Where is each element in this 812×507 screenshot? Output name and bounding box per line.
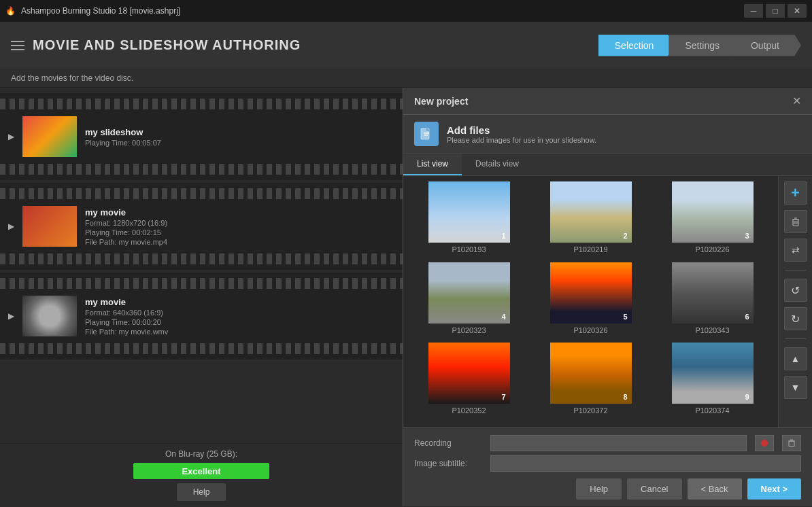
image-thumb-9[interactable]: 9: [672, 343, 754, 404]
view-tabs: List view Details view: [403, 154, 812, 176]
film-dots-top: [0, 99, 403, 109]
expand-button2[interactable]: ▶: [8, 222, 14, 231]
image-thumb-4[interactable]: 4: [428, 262, 510, 324]
tab-details-view[interactable]: Details view: [462, 154, 532, 175]
dialog-actions: Help Cancel < Back Next >: [414, 478, 801, 500]
movie1-item[interactable]: ▶ my movie Format: 1280x720 (16:9) Playi…: [0, 199, 403, 254]
movie2-item[interactable]: ▶ my movie Format: 640x360 (16:9) Playin…: [0, 289, 403, 343]
tab-settings[interactable]: Settings: [669, 35, 741, 56]
disc-label: On Blu-ray (25 GB):: [165, 449, 237, 459]
dialog-body: Add files Please add images for use in y…: [403, 115, 812, 427]
add-image-button[interactable]: +: [784, 181, 807, 205]
movie1-path: File Path: my movie.mp4: [85, 238, 394, 246]
film-dots-bottom: [0, 164, 403, 175]
back-button[interactable]: < Back: [688, 478, 742, 500]
movie2-info: my movie Format: 640x360 (16:9) Playing …: [85, 297, 394, 336]
minimize-button[interactable]: ─: [744, 4, 763, 18]
recording-row: Recording: [414, 435, 801, 451]
title-bar: 🔥 Ashampoo Burning Studio 18 [movie.ashp…: [0, 0, 812, 22]
movie2-time: Playing Time: 00:00:20: [85, 318, 394, 326]
rotate-right-button[interactable]: ↻: [784, 307, 807, 330]
quality-bar: Excellent: [133, 463, 269, 479]
expand-button[interactable]: ▶: [8, 132, 14, 141]
close-button[interactable]: ✕: [788, 4, 807, 18]
image-grid: 1 P1020193 2 P1020219 3 P10: [403, 176, 778, 427]
app-title-area: MOVIE AND SLIDESHOW AUTHORING: [11, 37, 301, 53]
recording-record-button[interactable]: [755, 435, 774, 451]
hamburger-menu[interactable]: [11, 41, 24, 50]
list-item[interactable]: 2 P1020219: [530, 181, 651, 261]
image-label-2: P1020219: [573, 245, 607, 254]
list-item[interactable]: 3 P1020226: [652, 181, 773, 261]
image-label-1: P1020193: [452, 245, 486, 254]
image-thumb-5[interactable]: 5: [550, 262, 632, 324]
toolbar-separator: [785, 270, 806, 270]
list-item[interactable]: 6 P1020343: [652, 262, 773, 342]
image-num-8: 8: [623, 393, 627, 401]
film-dots-top2: [0, 188, 403, 199]
svg-marker-1: [426, 127, 430, 131]
expand-button3[interactable]: ▶: [8, 311, 14, 321]
app-header: MOVIE AND SLIDESHOW AUTHORING Selection …: [0, 22, 812, 69]
image-label-7: P1020352: [452, 406, 486, 415]
image-thumb-7[interactable]: 7: [428, 343, 510, 404]
image-thumb-1[interactable]: 1: [428, 181, 510, 243]
list-item[interactable]: 9 P1020374: [652, 343, 773, 422]
image-thumb-8[interactable]: 8: [550, 343, 632, 404]
film-dots-bottom2: [0, 254, 403, 264]
recording-label: Recording: [414, 438, 482, 448]
maximize-button[interactable]: □: [766, 4, 785, 18]
list-item[interactable]: 4 P1020323: [409, 262, 529, 342]
recording-delete-button[interactable]: [782, 435, 801, 451]
image-num-6: 6: [745, 313, 749, 321]
svg-rect-2: [424, 133, 429, 134]
next-button[interactable]: Next >: [747, 478, 801, 500]
move-down-button[interactable]: ▼: [784, 376, 807, 399]
help-button-left[interactable]: Help: [177, 483, 226, 501]
svg-point-10: [761, 440, 768, 447]
side-toolbar: + ⇄ ↺ ↻: [778, 176, 812, 427]
title-bar-left: 🔥 Ashampoo Burning Studio 18 [movie.ashp…: [5, 6, 180, 16]
bottom-bar: On Blu-ray (25 GB): Excellent Help: [0, 443, 403, 506]
tab-output[interactable]: Output: [734, 35, 801, 56]
film-strip-slideshow: ▶ my slideshow Playing Time: 00:05:07: [0, 93, 403, 180]
film-strip-movie1: ▶ my movie Format: 1280x720 (16:9) Playi…: [0, 183, 403, 270]
cancel-button[interactable]: Cancel: [627, 478, 681, 500]
list-item[interactable]: 5 P1020326: [530, 262, 651, 342]
tab-selection[interactable]: Selection: [598, 35, 676, 56]
image-thumb-6[interactable]: 6: [672, 262, 754, 324]
image-num-7: 7: [501, 393, 505, 401]
slideshow-item[interactable]: ▶ my slideshow Playing Time: 00:05:07: [0, 109, 403, 164]
movie2-thumb: [22, 296, 77, 336]
film-dots-bottom3: [0, 343, 403, 354]
slideshow-info: my slideshow Playing Time: 00:05:07: [85, 127, 394, 147]
shuffle-button[interactable]: ⇄: [784, 239, 807, 262]
image-num-1: 1: [501, 232, 505, 240]
subtitle-label: Image subtitle:: [414, 459, 482, 468]
image-num-9: 9: [745, 393, 749, 401]
image-thumb-2[interactable]: 2: [550, 181, 632, 243]
subtitle-row: Image subtitle:: [414, 455, 801, 472]
movie1-name: my movie: [85, 207, 394, 217]
dialog-footer: Recording: [403, 427, 812, 506]
subtitle-bar: Add the movies for the video disc.: [0, 69, 812, 88]
subtitle-input[interactable]: [490, 455, 801, 472]
film-dots-top3: [0, 278, 403, 289]
dialog-close-button[interactable]: ✕: [792, 94, 801, 107]
list-item[interactable]: 1 P1020193: [409, 181, 529, 261]
rotate-left-button[interactable]: ↺: [784, 279, 807, 302]
delete-image-button[interactable]: [784, 210, 807, 233]
dialog-fields: Recording: [414, 435, 801, 472]
recording-input[interactable]: [490, 435, 747, 451]
dialog-panel: New project ✕ Add files Please add image…: [403, 88, 812, 506]
list-item[interactable]: 8 P1020372: [530, 343, 651, 422]
movie1-time: Playing Time: 00:02:15: [85, 228, 394, 237]
list-item[interactable]: 7 P1020352: [409, 343, 529, 422]
image-thumb-3[interactable]: 3: [672, 181, 754, 243]
image-label-5: P1020326: [573, 326, 607, 334]
help-button[interactable]: Help: [576, 478, 622, 500]
tab-list-view[interactable]: List view: [403, 154, 462, 175]
left-panel: ▶ my slideshow Playing Time: 00:05:07 ▶ …: [0, 88, 403, 506]
image-label-9: P1020374: [695, 406, 729, 415]
move-up-button[interactable]: ▲: [784, 347, 807, 370]
